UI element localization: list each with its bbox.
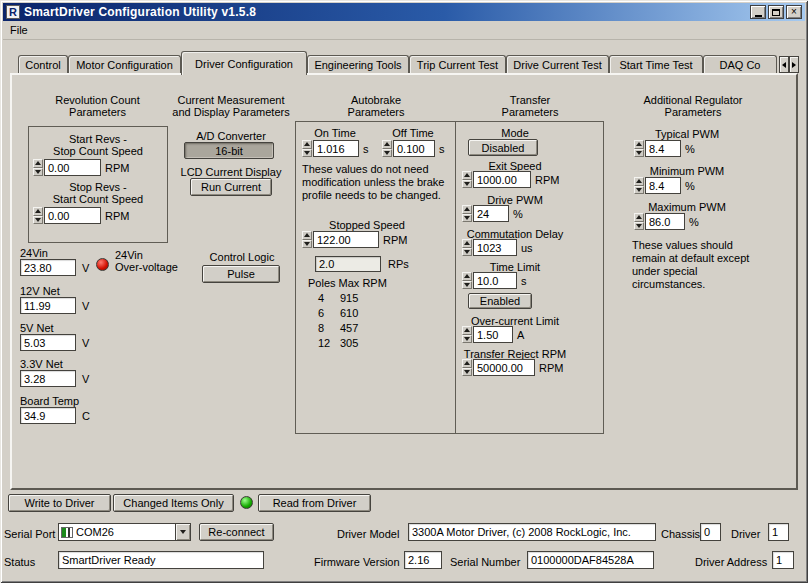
driver-number-label: Driver bbox=[731, 528, 760, 540]
maximum-pwm-input[interactable]: 86.0 bbox=[645, 213, 685, 230]
changed-items-only-button[interactable]: Changed Items Only bbox=[113, 494, 234, 512]
lcd-display-button[interactable]: Run Current bbox=[190, 178, 272, 196]
commutation-delay-spinner[interactable]: 1023 us bbox=[462, 239, 533, 256]
tab-scroll-right-button[interactable] bbox=[789, 56, 799, 73]
transfer-mode-button[interactable]: Disabled bbox=[468, 139, 538, 156]
chassis-input[interactable]: 0 bbox=[700, 523, 721, 541]
v24-label: 24Vin bbox=[20, 247, 48, 259]
control-logic-pulse-button[interactable]: Pulse bbox=[202, 265, 280, 283]
v33-unit: V bbox=[82, 373, 89, 385]
v12-unit: V bbox=[82, 300, 89, 312]
minimum-pwm-unit: % bbox=[685, 177, 695, 194]
tab-drive-current-test[interactable]: Drive Current Test bbox=[506, 55, 609, 73]
spinner-arrows-icon[interactable] bbox=[302, 231, 312, 248]
v12-indicator: 11.99 bbox=[20, 297, 76, 314]
exit-speed-spinner[interactable]: 1000.00 RPM bbox=[462, 171, 559, 188]
serial-port-combo[interactable]: COM26 bbox=[58, 523, 191, 541]
spinner-arrows-icon[interactable] bbox=[382, 140, 392, 157]
drive-pwm-input[interactable]: 24 bbox=[473, 205, 509, 222]
stop-revs-input[interactable]: 0.00 bbox=[44, 207, 101, 224]
spinner-arrows-icon[interactable] bbox=[462, 272, 472, 289]
spinner-arrows-icon[interactable] bbox=[462, 171, 472, 188]
overcurrent-limit-spinner[interactable]: 1.50 A bbox=[462, 326, 524, 343]
minimum-pwm-input[interactable]: 8.4 bbox=[645, 177, 681, 194]
typical-pwm-spinner[interactable]: 8.4 % bbox=[634, 140, 695, 157]
rps-unit-label: RPs bbox=[388, 258, 409, 270]
off-time-unit: s bbox=[439, 140, 445, 157]
start-revs-spinner[interactable]: 0.00 RPM bbox=[33, 159, 129, 176]
read-from-driver-button[interactable]: Read from Driver bbox=[258, 494, 371, 512]
serial-port-value: COM26 bbox=[76, 526, 114, 538]
typical-pwm-input[interactable]: 8.4 bbox=[645, 140, 681, 157]
driver-model-label: Driver Model bbox=[337, 528, 399, 540]
serial-number-indicator: 0100000DAF84528A bbox=[527, 551, 654, 569]
spinner-arrows-icon[interactable] bbox=[462, 359, 472, 376]
tab-scroll-left-button[interactable] bbox=[779, 56, 789, 73]
firmware-version-label: Firmware Version bbox=[314, 556, 400, 568]
spinner-arrows-icon[interactable] bbox=[634, 140, 644, 157]
driver-number-input[interactable]: 1 bbox=[768, 523, 789, 541]
overvoltage-led bbox=[96, 258, 109, 271]
menu-file[interactable]: File bbox=[3, 21, 35, 39]
v12-label: 12V Net bbox=[20, 285, 60, 297]
spinner-arrows-icon[interactable] bbox=[462, 239, 472, 256]
maximize-button[interactable] bbox=[768, 5, 784, 19]
overvoltage-label-2: Over-voltage bbox=[115, 261, 178, 273]
stop-revs-spinner[interactable]: 0.00 RPM bbox=[33, 207, 129, 224]
on-time-spinner[interactable]: 1.016 s bbox=[302, 140, 369, 157]
on-time-unit: s bbox=[363, 140, 369, 157]
stopped-speed-input[interactable]: 122.00 bbox=[313, 231, 379, 248]
poles-row: 6610 bbox=[318, 307, 358, 319]
spinner-arrows-icon[interactable] bbox=[302, 140, 312, 157]
transfer-group-title: TransferParameters bbox=[456, 94, 604, 118]
reconnect-button[interactable]: Re-connect bbox=[199, 523, 274, 541]
tab-trip-current-test[interactable]: Trip Current Test bbox=[409, 55, 506, 73]
tab-motor-configuration[interactable]: Motor Configuration bbox=[68, 55, 181, 73]
maximum-pwm-spinner[interactable]: 86.0 % bbox=[634, 213, 699, 230]
tab-start-time-test[interactable]: Start Time Test bbox=[609, 55, 703, 73]
arrow-left-icon bbox=[782, 62, 786, 68]
v5-indicator: 5.03 bbox=[20, 334, 76, 351]
transfer-reject-spinner[interactable]: 50000.00 RPM bbox=[462, 359, 563, 376]
tab-driver-configuration[interactable]: Driver Configuration bbox=[181, 51, 307, 75]
serial-number-label: Serial Number bbox=[450, 556, 520, 568]
stopped-speed-spinner[interactable]: 122.00 RPM bbox=[302, 231, 407, 248]
tab-daq-configuration[interactable]: DAQ Co bbox=[703, 55, 777, 73]
typical-pwm-unit: % bbox=[685, 140, 695, 157]
close-button[interactable]: × bbox=[786, 5, 802, 19]
spinner-arrows-icon[interactable] bbox=[634, 177, 644, 194]
stop-revs-label: Stop Revs -Start Count Speed bbox=[28, 181, 168, 205]
on-time-input[interactable]: 1.016 bbox=[313, 140, 359, 157]
drive-pwm-spinner[interactable]: 24 % bbox=[462, 205, 523, 222]
tab-engineering-tools[interactable]: Engineering Tools bbox=[307, 55, 409, 73]
combo-dropdown-button[interactable] bbox=[175, 524, 190, 540]
spinner-arrows-icon[interactable] bbox=[462, 326, 472, 343]
spinner-arrows-icon[interactable] bbox=[634, 213, 644, 230]
poles-table-header: Poles Max RPM bbox=[308, 277, 387, 289]
commutation-delay-input[interactable]: 1023 bbox=[473, 239, 517, 256]
minimum-pwm-label: Minimum PWM bbox=[622, 165, 752, 177]
ad-converter-button[interactable]: 16-bit bbox=[184, 142, 274, 159]
off-time-spinner[interactable]: 0.100 s bbox=[382, 140, 445, 157]
transfer-reject-input[interactable]: 50000.00 bbox=[473, 359, 535, 376]
start-revs-unit: RPM bbox=[105, 159, 129, 176]
regulator-group-title: Additional RegulatorParameters bbox=[612, 94, 774, 118]
mode-label: Mode bbox=[460, 127, 570, 139]
time-limit-input[interactable]: 10.0 bbox=[473, 272, 517, 289]
write-to-driver-button[interactable]: Write to Driver bbox=[8, 494, 111, 512]
exit-speed-input[interactable]: 1000.00 bbox=[473, 171, 531, 188]
spinner-arrows-icon[interactable] bbox=[462, 205, 472, 222]
minimize-button[interactable] bbox=[750, 5, 766, 19]
spinner-arrows-icon[interactable] bbox=[33, 159, 43, 176]
serial-port-label: Serial Port bbox=[4, 528, 55, 540]
start-revs-input[interactable]: 0.00 bbox=[44, 159, 101, 176]
overcurrent-limit-input[interactable]: 1.50 bbox=[473, 326, 513, 343]
spinner-arrows-icon[interactable] bbox=[33, 207, 43, 224]
time-limit-spinner[interactable]: 10.0 s bbox=[462, 272, 527, 289]
time-limit-enabled-button[interactable]: Enabled bbox=[468, 293, 532, 309]
tab-control[interactable]: Control bbox=[18, 55, 68, 73]
chassis-label: Chassis bbox=[661, 528, 700, 540]
off-time-input[interactable]: 0.100 bbox=[393, 140, 435, 157]
minimum-pwm-spinner[interactable]: 8.4 % bbox=[634, 177, 695, 194]
window-title: SmartDriver Configuration Utility v1.5.8 bbox=[24, 5, 256, 19]
